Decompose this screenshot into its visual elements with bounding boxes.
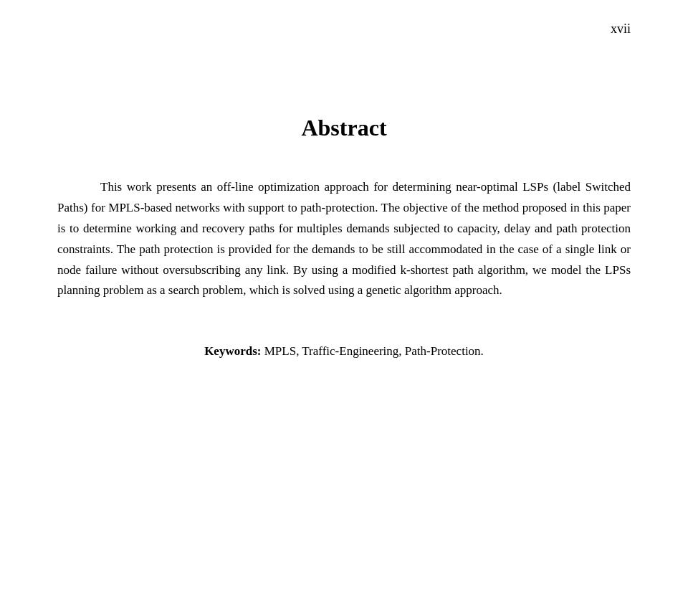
abstract-title: Abstract	[57, 115, 631, 141]
content-area: Abstract This work presents an off-line …	[57, 115, 631, 359]
abstract-paragraph-1: This work presents an off-line optimizat…	[57, 177, 631, 301]
page: xvii Abstract This work presents an off-…	[0, 0, 688, 616]
keywords-label: Keywords:	[204, 344, 261, 358]
keywords-line: Keywords: MPLS, Traffic-Engineering, Pat…	[57, 344, 631, 359]
abstract-body: This work presents an off-line optimizat…	[57, 177, 631, 301]
page-number: xvii	[611, 22, 631, 37]
keywords-text: MPLS, Traffic-Engineering, Path-Protecti…	[261, 344, 483, 358]
